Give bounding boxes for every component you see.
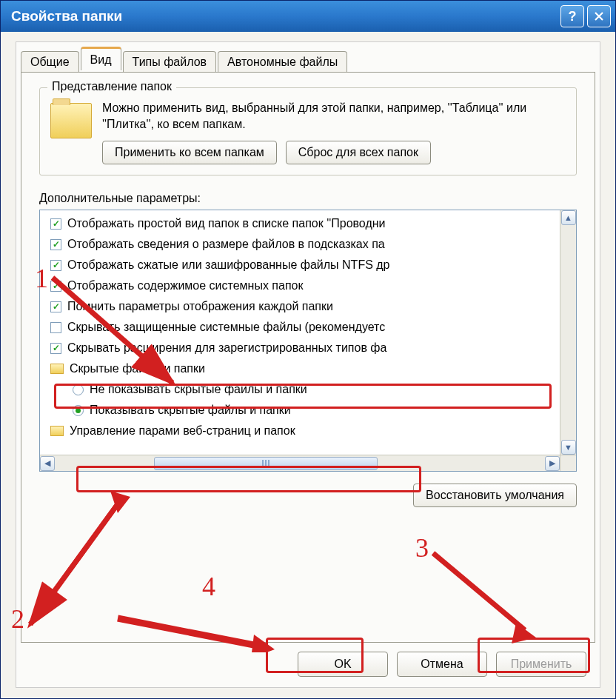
list-item[interactable]: ✓Скрывать расширения для зарегистрирован…: [40, 338, 576, 358]
list-item-label: Отображать простой вид папок в списке па…: [67, 217, 386, 230]
scroll-right-button[interactable]: ▶: [545, 456, 560, 471]
checkbox-icon[interactable]: ✓: [50, 343, 61, 354]
list-item-label: Помнить параметры отображения каждой пап…: [67, 300, 333, 313]
tab-general[interactable]: Общие: [21, 51, 79, 73]
list-item-label: Отображать сведения о размере файлов в п…: [67, 238, 385, 251]
horizontal-scrollbar[interactable]: ◀ ▶: [40, 455, 560, 471]
groupbox-description: Можно применить вид, выбранный для этой …: [102, 100, 566, 132]
list-item[interactable]: ✓Отображать простой вид папок в списке п…: [40, 213, 576, 234]
cancel-button[interactable]: Отмена: [397, 652, 487, 677]
scroll-down-button[interactable]: ▼: [561, 440, 576, 455]
groupbox-title: Представление папок: [47, 80, 176, 93]
titlebar: Свойства папки ?: [1, 1, 615, 32]
list-item[interactable]: Не показывать скрытые файлы и папки: [40, 379, 576, 400]
list-item[interactable]: Скрывать защищенные системные файлы (рек…: [40, 317, 576, 338]
tabs: Общие Вид Типы файлов Автономные файлы: [21, 47, 600, 72]
list-item-label: Скрывать защищенные системные файлы (рек…: [67, 321, 385, 334]
folder-icon: [50, 364, 64, 374]
list-item-label: Отображать содержимое системных папок: [67, 279, 303, 292]
ok-button[interactable]: OK: [298, 652, 388, 677]
tab-offline[interactable]: Автономные файлы: [218, 51, 347, 73]
list-item-label: Отображать сжатые или зашифрованные файл…: [67, 258, 390, 272]
list-item: Управление парами веб-страниц и папок: [40, 421, 576, 441]
advanced-settings-list[interactable]: ✓Отображать простой вид папок в списке п…: [39, 210, 577, 472]
list-item[interactable]: ✓Отображать сведения о размере файлов в …: [40, 234, 576, 255]
checkbox-icon[interactable]: ✓: [50, 260, 61, 271]
checkbox-icon[interactable]: [50, 322, 61, 333]
groupbox-folder-views: Представление папок Можно применить вид,…: [39, 87, 577, 175]
dialog-window: Свойства папки ? Общие Вид Типы файлов А…: [0, 0, 616, 699]
list-item-label: Не показывать скрытые файлы и папки: [90, 383, 307, 396]
dialog-body: Общие Вид Типы файлов Автономные файлы П…: [16, 41, 600, 688]
checkbox-icon[interactable]: ✓: [50, 218, 61, 230]
list-item-label: Управление парами веб-страниц и папок: [70, 424, 295, 438]
scroll-thumb[interactable]: [154, 457, 378, 470]
help-button[interactable]: ?: [560, 5, 584, 27]
apply-to-all-button[interactable]: Применить ко всем папкам: [102, 141, 277, 164]
list-item-label: Скрывать расширения для зарегистрированн…: [67, 341, 386, 355]
list-item[interactable]: ✓Отображать содержимое системных папок: [40, 275, 576, 296]
radio-icon[interactable]: [73, 384, 84, 395]
scroll-up-button[interactable]: ▲: [561, 210, 576, 225]
list-item-label: Скрытые файлы и папки: [70, 362, 205, 375]
list-item[interactable]: Показывать скрытые файлы и папки: [40, 400, 576, 421]
checkbox-icon[interactable]: ✓: [50, 301, 61, 312]
advanced-settings-label: Дополнительные параметры:: [39, 192, 577, 205]
radio-icon[interactable]: [73, 405, 84, 416]
restore-defaults-button[interactable]: Восстановить умолчания: [413, 484, 577, 507]
vertical-scrollbar[interactable]: ▲ ▼: [560, 210, 576, 455]
scroll-left-button[interactable]: ◀: [40, 456, 55, 471]
close-button[interactable]: [587, 5, 611, 27]
window-title: Свойства папки: [11, 8, 122, 24]
tab-view[interactable]: Вид: [81, 47, 121, 70]
list-item[interactable]: ✓Помнить параметры отображения каждой па…: [40, 296, 576, 317]
checkbox-icon[interactable]: ✓: [50, 281, 61, 292]
dialog-buttons: OK Отмена Применить: [298, 652, 586, 677]
list-item: Скрытые файлы и папки: [40, 358, 576, 379]
list-item-label: Показывать скрытые файлы и папки: [90, 404, 291, 417]
folder-icon: [50, 103, 92, 138]
tab-filetypes[interactable]: Типы файлов: [123, 51, 217, 73]
folder-icon: [50, 426, 64, 436]
apply-button[interactable]: Применить: [496, 652, 586, 677]
reset-all-button[interactable]: Сброс для всех папок: [286, 141, 431, 164]
list-item[interactable]: ✓Отображать сжатые или зашифрованные фай…: [40, 255, 576, 275]
tabpanel-view: Представление папок Можно применить вид,…: [21, 72, 595, 643]
checkbox-icon[interactable]: ✓: [50, 239, 61, 250]
